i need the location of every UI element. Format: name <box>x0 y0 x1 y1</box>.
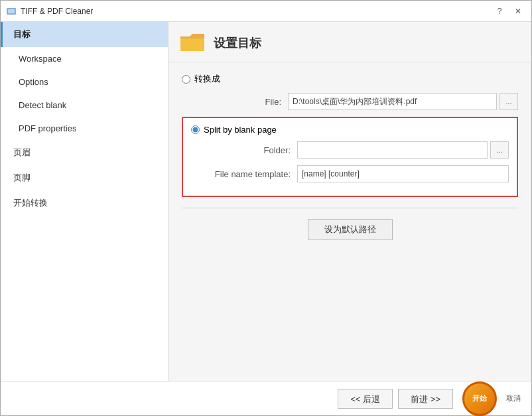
content-area: 目标 Workspace Options Detect blank PDF pr… <box>1 22 531 381</box>
folder-field-row: Folder: ... <box>191 141 509 159</box>
sidebar-item-detect-blank[interactable]: Detect blank <box>1 94 168 117</box>
folder-input-wrap: ... <box>297 141 509 159</box>
sidebar-item-mubiao[interactable]: 目标 <box>1 22 168 47</box>
back-button[interactable]: << 后退 <box>338 389 393 409</box>
sidebar-item-page-header[interactable]: 页眉 <box>1 140 168 165</box>
next-button[interactable]: 前进 >> <box>398 389 453 409</box>
main-panel: 设置目标 转换成 File: ... <box>168 22 531 381</box>
sidebar-item-page-footer[interactable]: 页脚 <box>1 165 168 190</box>
bottom-bar: << 后退 前进 >> 开始 取消 <box>1 381 531 415</box>
folder-browse-button[interactable]: ... <box>490 141 509 159</box>
template-field-row: File name template: <box>191 165 509 182</box>
app-window: TIFF & PDF Cleaner ? ✕ 目标 Workspace Opti… <box>0 0 532 416</box>
file-input-wrap: ... <box>288 93 518 110</box>
convert-label-text: 转换成 <box>194 73 220 85</box>
folder-label: Folder: <box>204 145 297 155</box>
help-button[interactable]: ? <box>492 5 507 18</box>
title-bar-controls: ? ✕ <box>492 5 526 18</box>
split-radio[interactable] <box>191 125 200 134</box>
sidebar: 目标 Workspace Options Detect blank PDF pr… <box>1 22 168 381</box>
sidebar-item-start-convert[interactable]: 开始转换 <box>1 190 168 216</box>
template-label: File name template: <box>204 169 297 179</box>
template-input-wrap <box>297 165 509 182</box>
sidebar-item-pdf-properties[interactable]: PDF properties <box>1 117 168 140</box>
file-field-row: File: ... <box>182 93 518 110</box>
sidebar-item-workspace[interactable]: Workspace <box>1 47 168 70</box>
page-title: 设置目标 <box>214 35 261 51</box>
default-path-row: 设为默认路径 <box>182 219 518 240</box>
convert-radio[interactable] <box>182 75 190 84</box>
svg-rect-1 <box>8 9 15 13</box>
split-highlight-box: Split by blank page Folder: ... File nam <box>182 117 518 197</box>
close-label: 取消 <box>506 393 521 403</box>
start-button[interactable]: 开始 <box>462 381 497 416</box>
title-bar: TIFF & PDF Cleaner ? ✕ <box>1 1 531 22</box>
default-path-button[interactable]: 设为默认路径 <box>308 219 393 240</box>
divider <box>182 208 518 208</box>
file-browse-button[interactable]: ... <box>499 93 518 110</box>
split-label-text: Split by blank page <box>204 125 277 135</box>
split-radio-label[interactable]: Split by blank page <box>191 125 277 135</box>
title-bar-left: TIFF & PDF Cleaner <box>6 6 93 17</box>
file-input[interactable] <box>288 93 497 110</box>
folder-input[interactable] <box>297 141 488 159</box>
convert-radio-label[interactable]: 转换成 <box>182 73 220 85</box>
split-option-row: Split by blank page <box>191 125 509 135</box>
main-content: 转换成 File: ... <box>168 62 531 381</box>
template-input[interactable] <box>297 165 509 182</box>
main-header: 设置目标 <box>168 22 531 62</box>
close-window-button[interactable]: ✕ <box>510 5 526 18</box>
app-icon <box>6 6 17 17</box>
start-button-label: 开始 <box>472 394 487 402</box>
sidebar-item-options[interactable]: Options <box>1 70 168 94</box>
convert-option-row: 转换成 <box>182 73 518 85</box>
window-title: TIFF & PDF Cleaner <box>21 7 93 16</box>
file-label: File: <box>195 97 288 107</box>
folder-icon <box>179 31 206 55</box>
